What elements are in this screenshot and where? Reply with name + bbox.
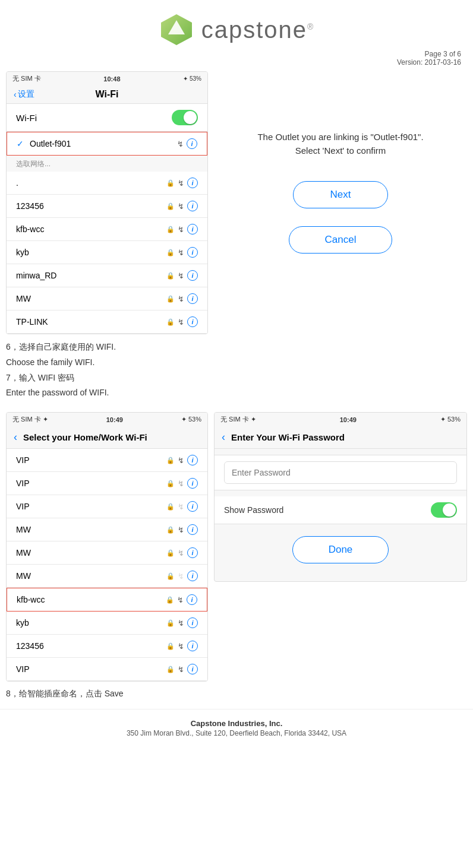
- step8-text: 8，给智能插座命名，点击 Save: [6, 689, 124, 698]
- time-display: 10:48: [103, 75, 120, 83]
- step8-section: 8，给智能插座命名，点击 Save: [0, 682, 473, 704]
- network-list2: VIP 🔒↯i VIP 🔒↯i VIP 🔒↯i MW 🔒↯i MW: [7, 449, 207, 681]
- company-name: Capstone Industries, Inc.: [0, 719, 473, 728]
- show-password-toggle[interactable]: [431, 502, 457, 518]
- connected-network-item[interactable]: ✓ Outlet-f901 ↯ i: [7, 132, 207, 156]
- pwd-back-arrow[interactable]: ‹: [222, 431, 225, 443]
- show-password-row: Show Password: [215, 496, 466, 524]
- info-icon[interactable]: i: [187, 247, 198, 258]
- list-item[interactable]: VIP 🔒↯i: [7, 472, 207, 495]
- done-btn-container: Done: [215, 536, 466, 581]
- logo-icon: [159, 12, 194, 47]
- show-password-label: Show Password: [224, 505, 283, 515]
- info-icon[interactable]: i: [187, 293, 198, 304]
- left-phone2-panel: 无 SIM 卡 ✦ 10:49 ✦ 53% ‹ Select your Home…: [6, 412, 208, 682]
- sim-status: 无 SIM 卡: [12, 74, 41, 83]
- info-icon[interactable]: i: [187, 224, 198, 235]
- list-item[interactable]: kyb 🔒↯i: [7, 612, 207, 635]
- info-icon[interactable]: i: [187, 455, 198, 465]
- pwd-nav-bar: ‹ Enter Your Wi-Fi Password: [215, 426, 466, 449]
- section-header: 选取网络...: [7, 156, 207, 172]
- sim-status2: 无 SIM 卡 ✦: [12, 415, 48, 424]
- wifi-signal-icon: ↯: [177, 140, 184, 148]
- info-icon[interactable]: i: [187, 316, 198, 327]
- nav-title: Wi-Fi: [96, 89, 119, 100]
- info-icon[interactable]: i: [187, 201, 198, 211]
- footer-address: 350 Jim Moran Blvd., Suite 120, Deerfiel…: [0, 729, 473, 737]
- list-item[interactable]: 123456 🔒↯i: [7, 635, 207, 658]
- info-icon[interactable]: i: [187, 547, 198, 558]
- confirm-text: The Outlet you are linking is "Outlet-f9…: [257, 131, 423, 157]
- second-row: 无 SIM 卡 ✦ 10:49 ✦ 53% ‹ Select your Home…: [0, 412, 473, 682]
- page-info: Page 3 of 6 Version: 2017-03-16: [0, 50, 473, 66]
- battery-icons: ✦ 53%: [183, 75, 201, 82]
- network-list: . 🔒↯i 123456 🔒↯i kfb-wcc 🔒↯i kyb 🔒↯i min…: [7, 172, 207, 334]
- pwd-battery: ✦ 53%: [440, 416, 461, 423]
- list-item[interactable]: minwa_RD 🔒↯i: [7, 264, 207, 287]
- done-button[interactable]: Done: [292, 536, 389, 563]
- info-icon[interactable]: i: [187, 270, 198, 281]
- info-icon[interactable]: i: [187, 178, 198, 188]
- wifi-nav-bar: ‹ 设置 Wi-Fi: [7, 85, 207, 104]
- main-content: 无 SIM 卡 10:48 ✦ 53% ‹ 设置 Wi-Fi Wi-Fi ✓ O…: [0, 71, 473, 334]
- pwd-nav-title: Enter Your Wi-Fi Password: [231, 432, 345, 442]
- header: capstone® Page 3 of 6 Version: 2017-03-1…: [0, 0, 473, 71]
- password-input[interactable]: [224, 461, 457, 484]
- info-icon[interactable]: i: [187, 594, 197, 605]
- back-button[interactable]: ‹ 设置: [14, 89, 34, 100]
- list-item[interactable]: VIP 🔒↯i: [7, 658, 207, 681]
- info-icon[interactable]: i: [187, 501, 198, 512]
- left-phone-panel: 无 SIM 卡 10:48 ✦ 53% ‹ 设置 Wi-Fi Wi-Fi ✓ O…: [6, 71, 208, 334]
- back-chevron: ‹: [14, 90, 17, 99]
- left-phone-screen: 无 SIM 卡 10:48 ✦ 53% ‹ 设置 Wi-Fi Wi-Fi ✓ O…: [6, 71, 208, 334]
- battery2: ✦ 53%: [181, 416, 201, 423]
- status-bar-left: 无 SIM 卡 10:48 ✦ 53%: [7, 72, 207, 85]
- wifi-toggle-label: Wi-Fi: [16, 113, 37, 123]
- connected-network-name: Outlet-f901: [30, 139, 177, 148]
- step7-en: Enter the password of WIFI.: [6, 386, 467, 400]
- right-confirm-panel: The Outlet you are linking is "Outlet-f9…: [214, 71, 467, 334]
- back-label: 设置: [18, 89, 34, 100]
- select-wifi-title: Select your Home/Work Wi-Fi: [23, 432, 147, 442]
- pwd-time: 10:49: [340, 416, 357, 423]
- logo-container: capstone®: [159, 12, 315, 47]
- back-arrow2[interactable]: ‹: [14, 431, 17, 443]
- list-item[interactable]: MW 🔒↯i: [7, 287, 207, 311]
- list-item[interactable]: VIP 🔒↯i: [7, 495, 207, 518]
- info-icon[interactable]: i: [187, 524, 198, 535]
- step6-en: Choose the family WIFI.: [6, 356, 467, 370]
- footer: Capstone Industries, Inc. 350 Jim Moran …: [0, 709, 473, 743]
- info-icon[interactable]: i: [187, 571, 198, 581]
- wifi-toggle[interactable]: [172, 110, 198, 125]
- list-item[interactable]: MW 🔒↯i: [7, 565, 207, 588]
- pwd-status-bar: 无 SIM 卡 ✦ 10:49 ✦ 53%: [215, 413, 466, 426]
- step6-zh: 6，选择自己家庭使用的 WIFI.: [6, 340, 467, 354]
- network-icons: ↯ i: [177, 138, 197, 149]
- pwd-sim: 无 SIM 卡 ✦: [220, 415, 256, 424]
- password-screen: 无 SIM 卡 ✦ 10:49 ✦ 53% ‹ Enter Your Wi-Fi…: [214, 412, 467, 682]
- instructions-section: 6，选择自己家庭使用的 WIFI. Choose the family WIFI…: [0, 334, 473, 407]
- step7-zh: 7，输入 WIFI 密码: [6, 371, 467, 385]
- time2: 10:49: [106, 416, 123, 423]
- list-item[interactable]: TP-LINK 🔒↯i: [7, 311, 207, 334]
- list-item[interactable]: MW 🔒↯i: [7, 541, 207, 565]
- info-icon[interactable]: i: [187, 478, 198, 489]
- next-button[interactable]: Next: [293, 181, 388, 208]
- wifi-toggle-row: Wi-Fi: [7, 104, 207, 132]
- list-item[interactable]: VIP 🔒↯i: [7, 449, 207, 472]
- info-icon[interactable]: i: [187, 617, 198, 628]
- info-icon[interactable]: i: [187, 641, 198, 651]
- info-icon[interactable]: i: [187, 664, 198, 674]
- left-phone2-screen: 无 SIM 卡 ✦ 10:49 ✦ 53% ‹ Select your Home…: [6, 412, 208, 682]
- list-item[interactable]: kyb 🔒↯i: [7, 241, 207, 264]
- list-item[interactable]: . 🔒↯i: [7, 172, 207, 195]
- list-item[interactable]: 123456 🔒↯i: [7, 195, 207, 218]
- list-item-selected[interactable]: kfb-wcc 🔒↯i: [7, 588, 207, 612]
- list-item[interactable]: MW 🔒↯i: [7, 518, 207, 541]
- logo-text: capstone®: [201, 17, 315, 43]
- cancel-button[interactable]: Cancel: [289, 226, 393, 254]
- list-item[interactable]: kfb-wcc 🔒↯i: [7, 218, 207, 241]
- info-icon[interactable]: i: [187, 138, 197, 149]
- status-bar2: 无 SIM 卡 ✦ 10:49 ✦ 53%: [7, 413, 207, 426]
- check-mark: ✓: [17, 139, 24, 148]
